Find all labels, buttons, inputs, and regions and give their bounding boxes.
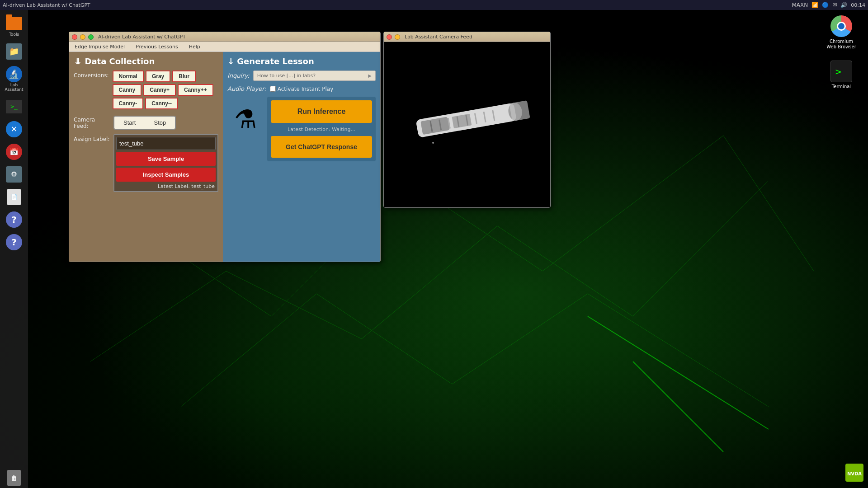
middle-section: ⚗️ Run Inference Latest Detection: Waiti… [227,97,376,161]
window-close-btn[interactable] [72,34,77,40]
menu-help[interactable]: Help [187,44,202,50]
btn-blur[interactable]: Blur [172,70,196,82]
dock-item-files[interactable]: 📁 [4,42,24,61]
taskbar: AI-driven Lab Assistant w/ ChatGPT MAXN … [0,0,868,10]
chromium-browser-icon [830,15,852,37]
lab-flask-icon: ⚗️ [234,107,257,132]
inspect-samples-btn[interactable]: Inspect Samples [116,168,216,182]
right-panel-title: ↓ Generate Lesson [227,56,376,66]
conversion-buttons: Normal Gray Blur Canny Canny+ Canny++ Ca… [113,70,218,109]
svg-line-15 [633,361,723,452]
terminal-dock-icon: >_ [6,100,22,113]
audio-label: Audio Player: [227,85,266,92]
dock-item-help2[interactable]: ? [4,232,24,252]
conversions-section: Conversions: Normal Gray Blur Canny Cann… [74,70,218,109]
svg-rect-20 [509,100,530,121]
svg-line-4 [633,181,769,316]
dock-item-doc[interactable]: 📄 [4,187,24,207]
camera-start-btn[interactable]: Start [114,117,145,129]
conversions-label: Conversions: [74,70,109,79]
inquiry-label: Inquiry: [227,72,250,79]
left-panel: ↓ ↓ Data Collection Conversions: Normal … [69,52,223,262]
inquiry-input-box[interactable]: How to use [...] in labs? ▶ [253,70,376,81]
panels: ↓ ↓ Data Collection Conversions: Normal … [69,52,380,262]
left-panel-title: ↓ ↓ Data Collection [74,56,218,66]
dock-item-settings[interactable]: ⚙ [4,164,24,184]
dock-item-trash[interactable]: 🗑 [4,468,24,488]
chromium-label: Chromium Web Browser [826,39,857,50]
inquiry-placeholder-text: How to use [...] in labs? [257,73,316,79]
help-icon-1: ? [6,211,22,228]
assign-box: Save Sample Inspect Samples Latest Label… [113,134,218,192]
gpu-label: MAXN [792,2,808,8]
label-input[interactable] [116,137,216,150]
dock-item-terminal[interactable]: >_ [4,97,24,117]
window-menubar: Edge Impulse Model Previous Lessons Help [69,42,380,52]
btn-normal[interactable]: Normal [113,70,144,82]
menu-previous-lessons[interactable]: Previous Lessons [134,44,180,50]
assign-label-section: Assign Label: Save Sample Inspect Sample… [74,134,218,192]
camera-stop-btn[interactable]: Stop [145,117,175,129]
help-icon-2: ? [6,234,22,250]
chatgpt-response-btn[interactable]: Get ChatGPT Response [271,136,372,158]
audio-player-section: Audio Player: Activate Instant Play [227,85,376,92]
dock-label-lab: LabAssistant [5,83,23,92]
run-inference-btn[interactable]: Run Inference [271,100,372,123]
right-panel: ↓ Generate Lesson Inquiry: How to use [.… [223,52,380,262]
btn-canny[interactable]: Canny [113,84,142,96]
assign-label: Assign Label: [74,134,110,142]
save-sample-btn[interactable]: Save Sample [116,152,216,166]
dock-item-calendar[interactable]: 📅 [4,142,24,162]
camera-window: Lab Assistant Camera Feed [383,32,551,208]
dock-item-tools[interactable]: Tools [4,14,24,39]
lab-icon-box: ⚗️ [227,97,264,142]
dock-label-tools: Tools [9,33,19,37]
chromium-desktop-icon[interactable]: Chromium Web Browser [824,14,859,52]
right-panel-title-text: ↓ Generate Lesson [227,56,314,66]
window-content: ↓ ↓ Data Collection Conversions: Normal … [69,52,380,262]
camera-view [384,42,550,207]
files-icon: 📁 [6,43,22,60]
dock-item-vscode[interactable]: ✕ [4,119,24,139]
menu-edge-impulse[interactable]: Edge Impulse Model [73,44,127,50]
action-buttons-panel: Run Inference Latest Detection: Waiting.… [267,97,376,161]
svg-line-1 [226,271,362,339]
terminal-desktop-label: Terminal [832,84,851,89]
window-maximize-btn[interactable] [88,34,94,40]
svg-line-2 [362,226,497,339]
dock-item-lab-assistant[interactable]: 🔬 LabAssistant [3,64,25,94]
settings-icon: ⚙ [6,166,22,183]
svg-line-9 [723,136,814,271]
bluetooth-icon: 🔵 [822,2,829,8]
activate-instant-play-label[interactable]: Activate Instant Play [270,86,334,92]
svg-line-12 [452,294,588,384]
speaker-icon: 🔊 [840,2,847,8]
app-window: AI-driven Lab Assistant w/ ChatGPT Edge … [69,32,381,262]
btn-canny-plus-plus[interactable]: Canny++ [178,84,213,96]
camera-feed-image [395,98,539,152]
terminal-desktop-icon: >_ [830,61,852,82]
camera-window-title: Lab Assistant Camera Feed [405,34,472,40]
window-minimize-btn[interactable] [80,34,85,40]
latest-label-text: Latest Label: test_tube [116,183,216,189]
svg-line-10 [181,294,316,407]
clock: 00:14 [851,2,865,8]
vscode-icon: ✕ [6,121,22,137]
btn-canny-minus-minus[interactable]: Canny-- [145,98,178,109]
camera-min-btn[interactable] [395,34,400,40]
dock: Tools 📁 🔬 LabAssistant >_ ✕ [0,10,28,488]
svg-line-0 [90,271,226,361]
activate-instant-play-checkbox[interactable] [270,86,276,92]
terminal-desktop-icon-item[interactable]: >_ Terminal [829,59,854,91]
btn-gray[interactable]: Gray [146,70,170,82]
network-icon: 📶 [811,2,818,8]
doc-icon: 📄 [7,189,21,205]
btn-canny-minus[interactable]: Canny- [113,98,144,109]
camera-button-group: Start Stop [113,116,176,130]
dock-item-help1[interactable]: ? [4,210,24,230]
detection-status: Latest Detection: Waiting... [271,127,372,132]
tools-folder-icon [6,17,22,30]
btn-canny-plus[interactable]: Canny+ [143,84,176,96]
lab-assistant-icon: 🔬 [6,66,22,82]
camera-close-btn[interactable] [387,34,392,40]
